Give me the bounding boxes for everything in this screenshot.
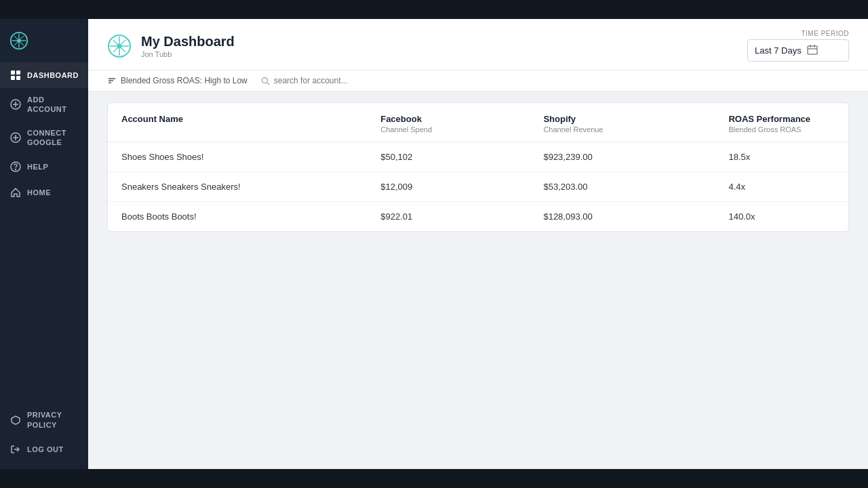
cell-roas-2: 140.0x <box>715 202 848 232</box>
sidebar-item-home[interactable]: Home <box>0 180 88 205</box>
sidebar-item-dashboard-label: Dashboard <box>27 70 79 80</box>
connect-google-icon <box>9 131 22 144</box>
add-account-icon <box>9 98 22 110</box>
sidebar-item-help-label: Help <box>27 162 48 171</box>
svg-line-29 <box>267 83 269 85</box>
svg-point-20 <box>117 43 122 48</box>
sidebar-nav: Dashboard Add Account Connect Google Hel… <box>0 60 88 403</box>
svg-point-3 <box>17 39 20 42</box>
cell-roas-0: 18.5x <box>715 142 848 172</box>
cell-facebook-1: $12,009 <box>367 172 530 202</box>
dashboard-icon <box>9 69 22 81</box>
sidebar: Dashboard Add Account Connect Google Hel… <box>0 19 88 469</box>
col-header-account: Account Name <box>108 103 367 142</box>
sidebar-item-help[interactable]: Help <box>0 154 88 180</box>
sidebar-item-dashboard[interactable]: Dashboard <box>0 62 88 88</box>
table-row[interactable]: Shoes Shoes Shoes! $50,102 $923,239.00 1… <box>108 142 848 172</box>
page-title: My Dashboard <box>141 34 235 49</box>
help-icon <box>9 161 22 173</box>
cell-facebook-2: $922.01 <box>367 202 530 232</box>
header-left: My Dashboard Jon Tubb <box>107 34 235 58</box>
sidebar-item-privacy-policy-label: Privacy Policy <box>27 410 79 430</box>
cell-shopify-1: $53,203.00 <box>530 172 715 202</box>
cell-shopify-0: $923,239.00 <box>530 142 715 172</box>
sidebar-item-log-out[interactable]: Log Out <box>0 436 88 462</box>
sidebar-item-connect-google-label: Connect Google <box>27 128 79 148</box>
svg-rect-7 <box>16 76 20 80</box>
cell-facebook-0: $50,102 <box>367 142 530 172</box>
col-header-facebook: Facebook Channel Spend <box>367 103 530 142</box>
cell-account-1: Sneakers Sneakers Sneakers! <box>108 172 367 202</box>
home-icon <box>9 186 22 199</box>
bottom-bar <box>0 469 868 488</box>
cell-roas-1: 4.4x <box>715 172 848 202</box>
svg-point-15 <box>16 169 16 170</box>
svg-point-28 <box>262 77 267 83</box>
main-content: My Dashboard Jon Tubb Time Period Last 7… <box>88 19 868 469</box>
time-period-value: Last 7 Days <box>755 45 802 56</box>
cell-account-0: Shoes Shoes Shoes! <box>108 142 367 172</box>
sidebar-item-home-label: Home <box>27 188 51 197</box>
cell-shopify-2: $128,093.00 <box>530 202 715 232</box>
calendar-icon <box>807 44 818 57</box>
privacy-policy-icon <box>9 414 22 426</box>
top-bar <box>0 0 868 19</box>
accounts-table-container: Account Name Facebook Channel Spend Shop… <box>107 102 849 232</box>
filter-bar: Blended Gross ROAS: High to Low <box>88 70 868 92</box>
search-wrap <box>261 76 396 85</box>
log-out-icon <box>9 443 22 455</box>
sidebar-item-add-account-label: Add Account <box>27 95 79 115</box>
header-subtitle: Jon Tubb <box>141 50 235 58</box>
sort-button[interactable]: Blended Gross ROAS: High to Low <box>107 76 248 85</box>
sidebar-item-privacy-policy[interactable]: Privacy Policy <box>0 403 88 436</box>
cell-account-2: Boots Boots Boots! <box>108 202 367 232</box>
sidebar-item-log-out-label: Log Out <box>27 445 64 454</box>
col-header-roas: ROAS Performance Blended Gross ROAS <box>715 103 848 142</box>
svg-rect-4 <box>11 70 15 75</box>
svg-rect-5 <box>16 70 20 75</box>
sidebar-bottom: Privacy Policy Log Out <box>0 403 88 469</box>
table-header: Account Name Facebook Channel Spend Shop… <box>108 103 848 142</box>
table-row[interactable]: Boots Boots Boots! $922.01 $128,093.00 1… <box>108 202 848 232</box>
table-row[interactable]: Sneakers Sneakers Sneakers! $12,009 $53,… <box>108 172 848 202</box>
time-period-label: Time Period <box>801 30 849 37</box>
sidebar-item-connect-google[interactable]: Connect Google <box>0 121 88 155</box>
svg-rect-21 <box>808 46 817 54</box>
sidebar-logo <box>0 19 88 60</box>
sidebar-item-add-account[interactable]: Add Account <box>0 88 88 121</box>
header-right: Time Period Last 7 Days <box>747 30 849 62</box>
sort-label: Blended Gross ROAS: High to Low <box>121 76 248 85</box>
search-icon <box>261 77 270 85</box>
col-header-shopify: Shopify Channel Revenue <box>530 103 715 142</box>
svg-rect-6 <box>11 76 15 80</box>
search-input[interactable] <box>274 76 396 85</box>
time-period-selector[interactable]: Last 7 Days <box>747 39 849 62</box>
header-title-block: My Dashboard Jon Tubb <box>141 34 235 58</box>
table-body: Shoes Shoes Shoes! $50,102 $923,239.00 1… <box>108 142 848 232</box>
accounts-table: Account Name Facebook Channel Spend Shop… <box>108 103 848 231</box>
header: My Dashboard Jon Tubb Time Period Last 7… <box>88 19 868 70</box>
